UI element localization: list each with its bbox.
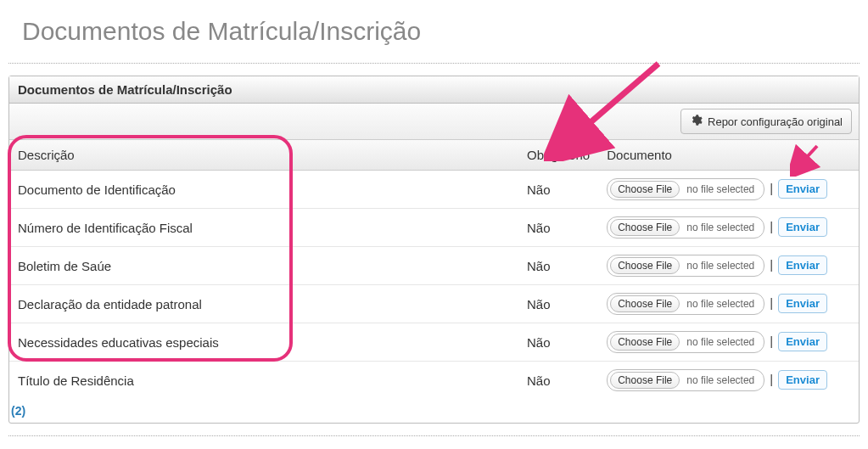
file-input-wrap[interactable]: Choose Fileno file selected <box>607 216 764 239</box>
gear-icon <box>690 114 703 129</box>
choose-file-button[interactable]: Choose File <box>610 295 680 312</box>
cell-document: Choose Fileno file selected|Enviar <box>598 171 859 209</box>
cell-document: Choose Fileno file selected|Enviar <box>598 362 859 400</box>
table-row: Declaração da entidade patronalNãoChoose… <box>9 285 859 323</box>
cell-mandatory: Não <box>518 247 598 285</box>
cell-mandatory: Não <box>518 323 598 362</box>
no-file-label: no file selected <box>680 374 761 386</box>
file-input-wrap[interactable]: Choose Fileno file selected <box>607 178 764 200</box>
table-row: Número de Identificação FiscalNãoChoose … <box>9 209 859 247</box>
cell-mandatory: Não <box>518 171 598 209</box>
cell-description: Número de Identificação Fiscal <box>9 209 518 247</box>
cell-document: Choose Fileno file selected|Enviar <box>598 285 859 323</box>
cell-description: Documento de Identificação <box>9 171 518 209</box>
choose-file-button[interactable]: Choose File <box>610 219 680 236</box>
footer-notes: (1) O tamanho máximo para cada ficheiro … <box>8 435 860 449</box>
cell-description: Título de Residência <box>9 362 518 400</box>
reset-config-button[interactable]: Repor configuração original <box>680 109 852 134</box>
table-row: Necessidades educativas especiaisNãoChoo… <box>9 323 859 362</box>
send-button[interactable]: Enviar <box>778 217 827 237</box>
separator: | <box>770 295 773 310</box>
table-row: Boletim de SaúeNãoChoose Fileno file sel… <box>9 247 859 285</box>
panel-header: Documentos de Matrícula/Inscrição <box>9 76 859 104</box>
page-title: Documentos de Matrícula/Inscrição <box>8 17 860 46</box>
choose-file-button[interactable]: Choose File <box>610 372 680 389</box>
cell-mandatory: Não <box>518 362 598 400</box>
separator: | <box>770 257 773 272</box>
file-input-wrap[interactable]: Choose Fileno file selected <box>607 369 764 391</box>
footnote-ref: (2) <box>9 399 859 423</box>
cell-document: Choose Fileno file selected|Enviar <box>598 323 859 362</box>
separator: | <box>770 372 773 386</box>
cell-description: Boletim de Saúe <box>9 247 518 285</box>
cell-mandatory: Não <box>518 209 598 247</box>
cell-document: Choose Fileno file selected|Enviar <box>598 209 859 247</box>
send-button[interactable]: Enviar <box>778 255 827 275</box>
documents-table: Descrição Obrigatório Documento Document… <box>9 140 859 399</box>
send-button[interactable]: Enviar <box>778 179 827 199</box>
choose-file-button[interactable]: Choose File <box>610 334 680 351</box>
choose-file-button[interactable]: Choose File <box>610 181 680 198</box>
no-file-label: no file selected <box>680 222 761 233</box>
no-file-label: no file selected <box>680 336 761 348</box>
header-document: Documento <box>598 140 859 171</box>
reset-config-label: Repor configuração original <box>708 115 843 128</box>
send-button[interactable]: Enviar <box>778 332 827 351</box>
no-file-label: no file selected <box>680 183 761 195</box>
documents-panel: Documentos de Matrícula/Inscrição Repor … <box>8 76 860 424</box>
cell-description: Necessidades educativas especiais <box>9 323 518 362</box>
choose-file-button[interactable]: Choose File <box>610 257 680 274</box>
panel-toolbar: Repor configuração original <box>9 104 859 140</box>
file-input-wrap[interactable]: Choose Fileno file selected <box>607 331 764 353</box>
separator: | <box>770 219 773 233</box>
file-input-wrap[interactable]: Choose Fileno file selected <box>607 255 764 277</box>
separator: | <box>770 334 773 348</box>
cell-mandatory: Não <box>518 285 598 323</box>
separator: | <box>770 181 773 195</box>
send-button[interactable]: Enviar <box>778 370 827 390</box>
table-row: Documento de IdentificaçãoNãoChoose File… <box>9 171 859 209</box>
header-description: Descrição <box>9 140 518 171</box>
header-mandatory: Obrigatório <box>518 140 598 171</box>
cell-description: Declaração da entidade patronal <box>9 285 518 323</box>
no-file-label: no file selected <box>680 260 761 272</box>
send-button[interactable]: Enviar <box>778 294 827 313</box>
cell-document: Choose Fileno file selected|Enviar <box>598 247 859 285</box>
no-file-label: no file selected <box>680 298 761 310</box>
table-row: Título de ResidênciaNãoChoose Fileno fil… <box>9 362 859 400</box>
divider <box>8 63 860 64</box>
file-input-wrap[interactable]: Choose Fileno file selected <box>607 293 764 315</box>
